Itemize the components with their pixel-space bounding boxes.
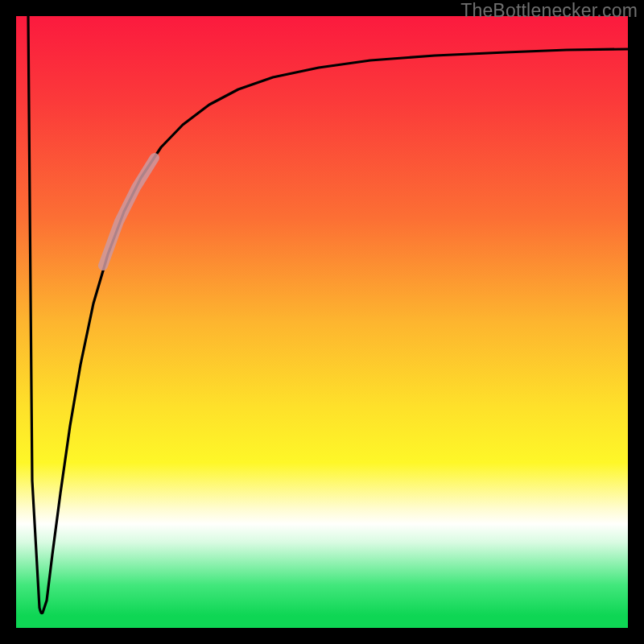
frame-bottom [0,628,644,644]
frame-left [0,0,16,644]
bottleneck-curve [28,16,628,613]
chart-stage: TheBottlenecker.com [0,0,644,644]
frame-right [628,0,644,644]
curve-highlight [103,158,155,266]
curve-layer [16,16,628,628]
watermark-text: TheBottlenecker.com [460,0,638,22]
